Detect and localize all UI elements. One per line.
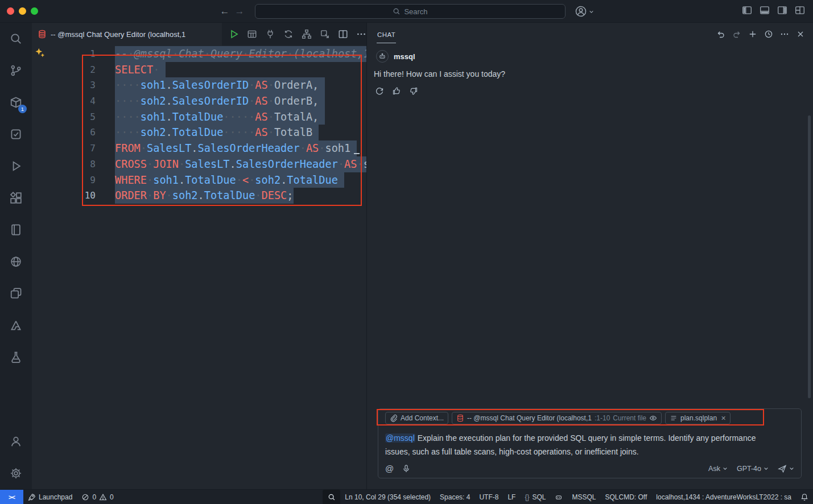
status-bar: >< Launchpad 0 0 Ln 10, Col 29 (354 sele… (0, 489, 813, 504)
sidebar-item-accounts[interactable] (0, 425, 32, 457)
model-dropdown[interactable]: GPT-4o (737, 465, 769, 473)
thumbs-up-icon[interactable] (392, 86, 401, 96)
current-file-context-chip[interactable]: -- @mssql Chat Query Editor (localhost,1… (452, 412, 662, 424)
sidebar-item-search[interactable] (0, 23, 32, 55)
code-line[interactable]: 8CROSS·JOIN·SalesLT.SalesOrderHeader·AS·… (32, 156, 366, 172)
send-button[interactable] (778, 464, 794, 473)
toggle-panel-icon[interactable] (760, 5, 770, 15)
close-window-button[interactable] (7, 7, 14, 15)
zoom-status-item[interactable] (323, 490, 340, 504)
input-left-controls: @ (385, 464, 411, 473)
code-line[interactable]: 4····soh2.SalesOrderID·AS·OrderB, (32, 93, 366, 109)
code-line[interactable]: 9WHERE·soh1.TotalDue·<·soh2.TotalDue (32, 172, 366, 188)
input-right-controls: Ask GPT-4o (708, 464, 794, 473)
change-connection-icon[interactable] (283, 29, 294, 39)
new-chat-icon[interactable] (748, 30, 757, 39)
add-context-label: Add Context... (401, 414, 444, 422)
code-line[interactable]: 1--·@mssql·Chat·Query·Editor·(localhost,… (32, 46, 366, 62)
chat-input-text[interactable]: @mssql Explain the execution plan for th… (385, 431, 766, 458)
code-text: ····soh1.SalesOrderID·AS·OrderA, (115, 77, 325, 93)
model-label: GPT-4o (737, 465, 761, 473)
tab-chat[interactable]: CHAT (377, 26, 396, 43)
scrollbar-thumb[interactable] (808, 115, 811, 398)
command-center-search[interactable]: Search (255, 4, 566, 19)
code-line[interactable]: 2SELECT· (32, 62, 366, 78)
line-number: 9 (32, 172, 96, 188)
sidebar-item-run-debug[interactable] (0, 150, 32, 182)
navigate-forward-icon[interactable]: → (233, 5, 246, 18)
toggle-secondary-sidebar-icon[interactable] (777, 5, 787, 15)
more-actions-icon[interactable] (356, 29, 366, 39)
remove-context-icon[interactable]: ✕ (721, 415, 726, 422)
indentation-status-item[interactable]: Spaces: 4 (435, 490, 474, 504)
code-line[interactable]: 7FROM·SalesLT.SalesOrderHeader·AS·soh1 (32, 141, 366, 156)
regenerate-icon[interactable] (375, 86, 384, 96)
close-icon[interactable] (796, 30, 805, 39)
account-menu[interactable] (575, 5, 594, 18)
sidebar-item-connections[interactable]: 1 (0, 86, 32, 118)
code-editor[interactable]: 1--·@mssql·Chat·Query·Editor·(localhost,… (32, 46, 366, 489)
sidebar-item-database-projects[interactable] (0, 341, 32, 373)
connection-status-item[interactable]: localhost,1434 : AdventureWorksLT2022 : … (651, 490, 796, 504)
toggle-primary-sidebar-icon[interactable] (742, 5, 752, 15)
zoom-window-button[interactable] (31, 7, 38, 15)
connections-badge: 1 (18, 105, 27, 113)
encoding-status-item[interactable]: UTF-8 (474, 490, 503, 504)
redo-icon[interactable] (732, 30, 741, 39)
plan-file-context-chip[interactable]: plan.sqlplan ✕ (665, 412, 731, 424)
remote-indicator[interactable]: >< (0, 490, 23, 504)
language-status-item[interactable]: {} SQL (520, 490, 550, 504)
code-line[interactable]: 5····soh1.TotalDue·····AS·TotalA, (32, 109, 366, 125)
eol-status-item[interactable]: LF (503, 490, 520, 504)
microphone-icon[interactable] (402, 464, 411, 473)
code-line[interactable]: 3····soh1.SalesOrderID·AS·OrderA, (32, 77, 366, 93)
copilot-sparkle-icon[interactable] (35, 47, 45, 57)
sidebar-item-extensions[interactable] (0, 182, 32, 214)
split-editor-icon[interactable] (338, 29, 348, 39)
sqlcmd-label: SQLCMD: Off (605, 493, 647, 501)
mention-icon[interactable]: @ (385, 464, 394, 473)
sidebar-item-settings[interactable] (0, 457, 32, 489)
notifications-status-item[interactable] (796, 490, 813, 504)
activity-bar-spacer (0, 373, 32, 425)
minimize-window-button[interactable] (19, 7, 26, 15)
cursor-position-status-item[interactable]: Ln 10, Col 29 (354 selected) (340, 490, 435, 504)
customize-layout-icon[interactable] (795, 5, 805, 15)
warnings-count: 0 (110, 493, 114, 501)
sidebar-item-query-history[interactable] (0, 118, 32, 150)
eye-icon[interactable] (649, 414, 657, 422)
sidebar-item-remote-explorer[interactable] (0, 278, 32, 309)
add-context-chip[interactable]: Add Context... (385, 412, 448, 424)
chat-history-icon[interactable] (764, 30, 773, 39)
search-icon (10, 32, 22, 45)
visualize-schema-icon[interactable] (302, 29, 312, 39)
code-line[interactable]: 6····soh2.TotalDue·····AS·TotalB (32, 125, 366, 141)
code-line[interactable]: 10ORDER·BY·soh2.TotalDue·DESC; (32, 188, 366, 204)
connect-plug-icon[interactable] (265, 29, 275, 39)
copilot-status-item[interactable] (550, 490, 567, 504)
sidebar-item-azure[interactable] (0, 309, 32, 341)
problems-status-item[interactable]: 0 0 (77, 490, 118, 504)
bot-name: mssql (394, 52, 415, 61)
launchpad-status-item[interactable]: Launchpad (23, 490, 77, 504)
run-query-button[interactable] (229, 29, 239, 39)
tab-mssql-chat-query-editor[interactable]: -- @mssql Chat Query Editor (localhost,1 (32, 23, 222, 46)
thumbs-down-icon[interactable] (409, 86, 418, 96)
sidebar-item-notebooks[interactable] (0, 214, 32, 246)
sidebar-item-github[interactable] (0, 246, 32, 278)
chat-input-box[interactable]: Add Context... -- @mssql Chat Query Edit… (378, 408, 802, 478)
mssql-status-item[interactable]: MSSQL (567, 490, 600, 504)
undo-icon[interactable] (716, 30, 725, 39)
code-text: FROM·SalesLT.SalesOrderHeader·AS·soh1 (115, 141, 357, 156)
line-number: 3 (32, 77, 96, 93)
sidebar-item-source-control[interactable] (0, 55, 32, 86)
sqlcmd-status-item[interactable]: SQLCMD: Off (601, 490, 652, 504)
navigate-back-icon[interactable]: ← (218, 5, 231, 18)
results-grid-icon[interactable] (247, 29, 257, 39)
more-actions-icon[interactable] (780, 30, 789, 39)
mode-dropdown[interactable]: Ask (708, 465, 728, 473)
open-plan-icon[interactable] (320, 29, 330, 39)
chevron-down-icon (789, 466, 794, 471)
line-number: 5 (32, 109, 96, 125)
send-icon (778, 464, 787, 473)
